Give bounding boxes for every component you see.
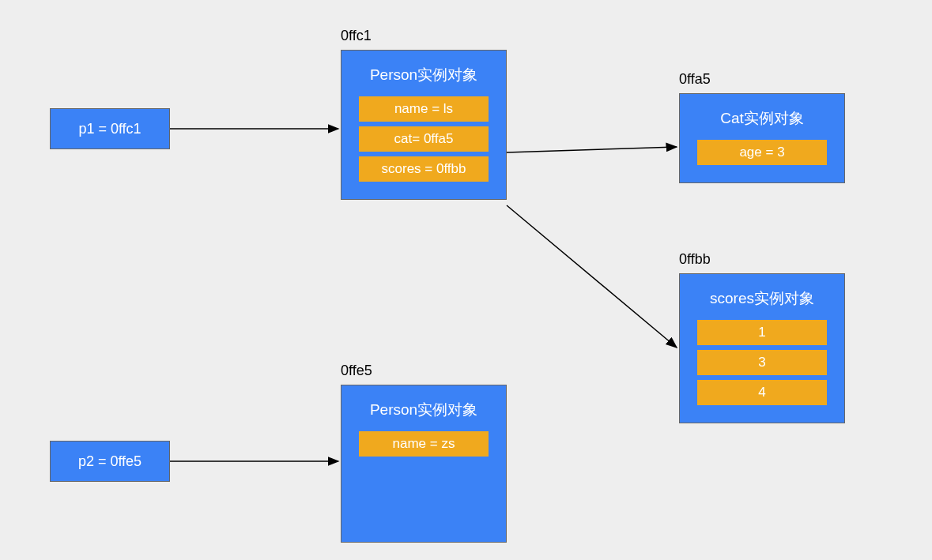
var-p2-text: p2 = 0ffe5 [78,453,141,470]
person1-addr: 0ffc1 [341,28,372,44]
person1-field-2: scores = 0ffbb [359,156,489,182]
cat-box: Cat实例对象 age = 3 [679,93,845,183]
person1-box: Person实例对象 name = ls cat= 0ffa5 scores =… [341,50,507,200]
person1-field-0: name = ls [359,96,489,122]
person1-field-1: cat= 0ffa5 [359,126,489,152]
scores-title: scores实例对象 [689,288,835,309]
scores-addr: 0ffbb [679,251,711,268]
diagram-stage: p1 = 0ffc1 p2 = 0ffe5 0ffc1 Person实例对象 n… [0,0,932,560]
cat-field-0: age = 3 [697,140,827,165]
person2-field-0: name = zs [359,431,489,457]
arrow-scores-field-scores [507,205,677,348]
person2-addr: 0ffe5 [341,363,372,379]
person1-title: Person实例对象 [351,65,496,85]
scores-field-1: 3 [697,350,827,375]
var-p1-text: p1 = 0ffc1 [78,121,141,137]
var-p1: p1 = 0ffc1 [50,108,170,149]
scores-field-0: 1 [697,320,827,345]
arrow-cat-field-cat [507,147,677,152]
person2-box: Person实例对象 name = zs [341,385,507,543]
cat-title: Cat实例对象 [689,108,835,129]
var-p2: p2 = 0ffe5 [50,441,170,482]
person2-title: Person实例对象 [351,400,496,420]
scores-field-2: 4 [697,380,827,405]
cat-addr: 0ffa5 [679,71,711,88]
scores-box: scores实例对象 1 3 4 [679,273,845,423]
